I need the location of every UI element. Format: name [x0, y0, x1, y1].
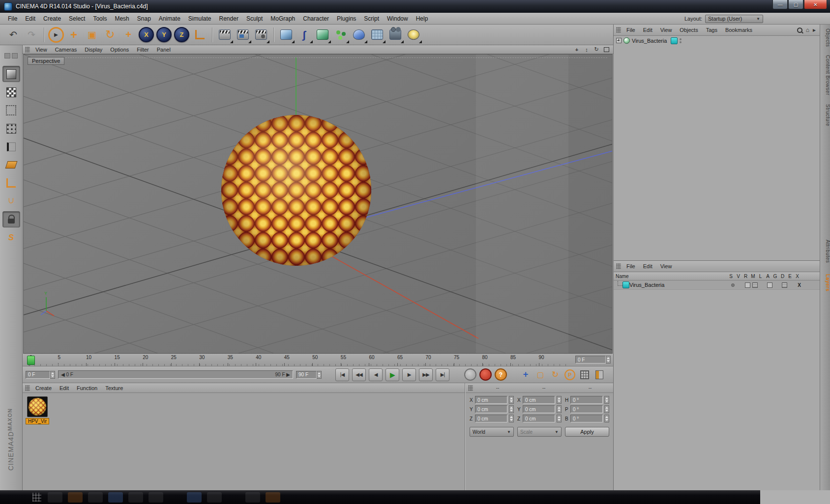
- previous-frame-button[interactable]: ◀: [369, 368, 383, 381]
- timeline-ruler[interactable]: 051015202530354045505560657075808590 0 F: [23, 354, 613, 366]
- layer-name[interactable]: Virus_Bacteria: [629, 282, 664, 288]
- maximize-button[interactable]: ▢: [788, 0, 803, 9]
- layer-column-letter[interactable]: E: [786, 274, 794, 279]
- render-view-button[interactable]: [216, 27, 233, 43]
- snap-magnet-button[interactable]: ∩: [2, 193, 20, 209]
- layers-menu-item[interactable]: Edit: [639, 263, 656, 269]
- taskbar-item[interactable]: [88, 492, 103, 503]
- layer-column-letter[interactable]: S: [727, 274, 735, 279]
- animation-toggle[interactable]: [766, 282, 773, 288]
- coord-input[interactable]: 0 cm: [523, 405, 555, 413]
- ruler-frame-field[interactable]: 0 F: [575, 356, 611, 364]
- menu-item[interactable]: Script: [360, 15, 383, 22]
- coordinate-system-button[interactable]: [191, 27, 208, 43]
- search-icon[interactable]: [797, 28, 802, 33]
- stepper-icon[interactable]: [557, 396, 562, 404]
- redo-button[interactable]: ↷: [23, 27, 40, 43]
- add-primitive-button[interactable]: [278, 27, 295, 43]
- stepper-icon[interactable]: [557, 415, 562, 422]
- goto-start-button[interactable]: |◀: [335, 368, 349, 381]
- taskbar-item[interactable]: [48, 492, 62, 503]
- layer-column-letter[interactable]: G: [771, 274, 779, 279]
- record-position-button[interactable]: [464, 368, 476, 381]
- apply-button[interactable]: Apply: [565, 427, 609, 437]
- render-settings-button[interactable]: [253, 27, 269, 43]
- scale-tool[interactable]: ▣: [84, 27, 100, 43]
- stepper-icon[interactable]: [317, 371, 322, 379]
- add-camera-button[interactable]: [387, 27, 404, 43]
- object-name[interactable]: Virus_Bacteria: [632, 38, 667, 44]
- previous-key-button[interactable]: ◀◀: [352, 368, 366, 381]
- tab-objects[interactable]: Objects: [820, 28, 830, 47]
- menu-item[interactable]: Mesh: [111, 15, 133, 22]
- taskbar-item[interactable]: [207, 492, 222, 503]
- keyframe-selection-button[interactable]: [579, 369, 591, 381]
- model-mode-button[interactable]: [2, 66, 20, 82]
- range-start-label[interactable]: ◀ 0 F: [61, 372, 73, 377]
- key-rotation-toggle[interactable]: ↻: [549, 369, 561, 381]
- viewport-menu-item[interactable]: Options: [106, 47, 133, 53]
- material-menu-item[interactable]: Texture: [101, 385, 127, 391]
- material-name[interactable]: HPV_Vir: [26, 418, 49, 424]
- menu-item[interactable]: MoGraph: [267, 15, 299, 22]
- coord-input[interactable]: 0 cm: [523, 415, 555, 422]
- taskbar-item[interactable]: [68, 492, 83, 503]
- menu-item[interactable]: Animate: [155, 15, 184, 22]
- current-frame-field[interactable]: 0 F: [26, 371, 55, 379]
- timeline-columns-button[interactable]: [593, 369, 605, 381]
- taskbar-item[interactable]: [148, 492, 163, 503]
- stepper-icon[interactable]: [604, 396, 609, 404]
- end-frame-field[interactable]: 90 F: [296, 371, 322, 379]
- layer-column-letter[interactable]: D: [779, 274, 786, 279]
- taskbar-item[interactable]: [187, 492, 202, 503]
- menu-item[interactable]: Plugins: [333, 15, 360, 22]
- windows-taskbar[interactable]: [0, 490, 760, 504]
- next-key-button[interactable]: ▶▶: [419, 368, 433, 381]
- layer-row[interactable]: Virus_Bacteria X: [614, 280, 820, 290]
- rotate-tool[interactable]: ↻: [102, 27, 119, 43]
- viewport[interactable]: Perspective Y: [23, 54, 613, 354]
- object-menu-item[interactable]: View: [656, 27, 676, 33]
- dynamics-coil-button[interactable]: S: [2, 229, 20, 246]
- layer-column-letter[interactable]: L: [757, 274, 764, 279]
- preview-range-slider[interactable]: ◀ 0 F 90 F ▶: [58, 370, 293, 379]
- deformers-toggle[interactable]: [781, 282, 788, 288]
- viewport-menu-item[interactable]: Filter: [133, 47, 152, 53]
- material-menu-item[interactable]: Create: [31, 385, 56, 391]
- tab-attributes[interactable]: Attributes: [820, 240, 830, 263]
- menu-item[interactable]: Simulate: [184, 15, 215, 22]
- stepper-icon[interactable]: [604, 405, 609, 413]
- object-menu-item[interactable]: Tags: [702, 27, 721, 33]
- panel-grip[interactable]: [616, 27, 621, 33]
- material-menu-item[interactable]: Edit: [56, 385, 73, 391]
- coord-input[interactable]: 0 cm: [475, 396, 507, 404]
- autokey-help-button[interactable]: ?: [495, 368, 507, 381]
- camera-rotate-icon[interactable]: ↻: [593, 46, 600, 53]
- layers-menu-item[interactable]: File: [622, 263, 639, 269]
- layout-dropdown[interactable]: Startup (User) ▼: [705, 15, 763, 23]
- taskbar-item[interactable]: [266, 492, 280, 503]
- add-deformer-button[interactable]: [351, 27, 367, 43]
- stepper-icon[interactable]: [604, 415, 609, 422]
- stepper-icon[interactable]: [606, 356, 611, 364]
- panel-grip[interactable]: [25, 385, 30, 391]
- object-menu-item[interactable]: Bookmarks: [721, 27, 756, 33]
- menu-item[interactable]: Select: [65, 15, 89, 22]
- coord-input[interactable]: 0 °: [570, 396, 603, 404]
- current-frame-marker[interactable]: [27, 356, 35, 365]
- lock-y-axis-button[interactable]: Y: [156, 27, 172, 42]
- menu-item[interactable]: Edit: [21, 15, 39, 22]
- viewport-menu-item[interactable]: Display: [81, 47, 106, 53]
- titlebar[interactable]: CINEMA 4D R14.014 Studio - [Virus_Bacter…: [0, 0, 830, 13]
- menu-item[interactable]: Snap: [133, 15, 155, 22]
- coord-input[interactable]: 0 cm: [523, 396, 555, 404]
- key-position-toggle[interactable]: +: [520, 369, 532, 381]
- virus-model[interactable]: [221, 115, 371, 266]
- range-end-label[interactable]: 90 F ▶: [275, 372, 290, 377]
- object-row[interactable]: Virus_Bacteria: [614, 36, 820, 45]
- manager-toggle[interactable]: [751, 282, 759, 288]
- material-item[interactable]: HPV_Vir: [26, 396, 49, 424]
- lock-z-axis-button[interactable]: Z: [174, 27, 189, 42]
- play-button[interactable]: ▶: [385, 368, 399, 381]
- layer-column-letter[interactable]: X: [794, 274, 801, 279]
